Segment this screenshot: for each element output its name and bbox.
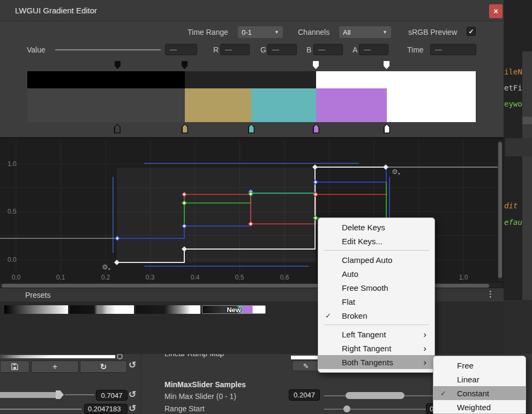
preset-swatch[interactable] xyxy=(136,305,200,314)
screen: ileN etFi eywo dit efau Linear Ramp Map … xyxy=(0,0,532,414)
ramp-edit-button[interactable]: ✎ xyxy=(292,360,320,371)
samples-header: MinMaxSlider Samples xyxy=(164,380,246,389)
submenu-arrow-icon: › xyxy=(423,330,426,339)
code-fragment: etFi xyxy=(504,84,522,92)
time-label: Time xyxy=(407,46,424,54)
value-slider[interactable] xyxy=(55,49,161,50)
alpha-key-marker[interactable] xyxy=(182,61,188,69)
menu-item-flat[interactable]: Flat xyxy=(318,295,434,308)
context-menu: Delete Keys Edit Keys... Clamped Auto Au… xyxy=(318,217,435,373)
srgb-preview-checkbox[interactable]: ✓ xyxy=(467,27,476,36)
revert-icon[interactable]: ↺ xyxy=(129,403,136,414)
b-label: B xyxy=(306,46,311,54)
code-fragment: ileN xyxy=(504,67,522,76)
range-start-field[interactable]: 0.2047183 xyxy=(84,404,128,414)
title-bar[interactable]: LWGUI Gradient Editor × xyxy=(0,0,504,21)
curve-settings-gear-icon[interactable]: ⚙▾ xyxy=(392,168,400,177)
alpha-key-marker[interactable] xyxy=(115,61,121,69)
vertical-scrollbar-thumb[interactable] xyxy=(498,142,502,278)
time-range-value: 0-1 xyxy=(242,28,252,36)
value-field[interactable]: — xyxy=(165,44,197,55)
chevron-down-icon: ▼ xyxy=(274,29,279,35)
color-strip-segment xyxy=(185,88,251,122)
submenu-item-linear[interactable]: Linear xyxy=(433,372,526,386)
a-field[interactable]: — xyxy=(359,44,388,55)
presets-label: Presets xyxy=(25,291,50,299)
selection-region xyxy=(117,168,315,262)
alpha-strip-segment xyxy=(27,71,185,88)
x-axis-tick: 0.2 xyxy=(101,274,110,281)
ramp-circle-icon[interactable] xyxy=(117,353,123,359)
code-scrollbar-column[interactable] xyxy=(522,51,532,300)
color-key-marker[interactable] xyxy=(182,124,188,133)
check-icon: ✓ xyxy=(325,312,331,320)
g-field[interactable]: — xyxy=(267,44,297,55)
check-icon: ✓ xyxy=(440,389,446,397)
menu-separator xyxy=(324,250,429,251)
slider-value-field[interactable]: 0.7047 xyxy=(96,390,128,401)
channels-label: Channels xyxy=(298,28,329,36)
minmax-range-bar[interactable] xyxy=(346,392,404,399)
menu-item-clamped-auto[interactable]: Clamped Auto xyxy=(318,253,434,267)
minmax-value-field[interactable]: 0.2047 xyxy=(289,389,320,401)
code-fragment: eywo xyxy=(504,100,522,108)
slider-track-filled[interactable] xyxy=(0,392,58,398)
presets-kebab-icon[interactable]: ⋮ xyxy=(486,289,494,299)
add-button[interactable]: + xyxy=(31,360,79,373)
submenu-item-free[interactable]: Free xyxy=(433,358,526,372)
submenu-arrow-icon: › xyxy=(423,358,426,367)
menu-item-both-tangents[interactable]: Both Tangents › xyxy=(318,355,434,369)
x-axis-tick: 0.6 xyxy=(280,274,289,281)
alpha-key-marker[interactable] xyxy=(313,61,319,69)
revert-icon[interactable]: ↺ xyxy=(129,389,136,400)
preset-swatch[interactable] xyxy=(4,305,68,314)
g-label: G xyxy=(260,46,266,54)
x-axis-tick: 0.1 xyxy=(56,274,65,281)
x-axis-tick: 0.5 xyxy=(235,274,244,281)
preset-swatch[interactable] xyxy=(70,305,134,314)
vertical-scrollbar[interactable] xyxy=(498,140,503,281)
refresh-button[interactable]: ↻ xyxy=(80,360,127,373)
b-field[interactable]: — xyxy=(313,44,343,55)
r-label: R xyxy=(213,46,219,54)
menu-item-free-smooth[interactable]: Free Smooth xyxy=(318,281,434,295)
srgb-preview-label: sRGB Preview xyxy=(408,28,457,36)
time-field[interactable]: — xyxy=(430,44,476,55)
menu-item-auto[interactable]: Auto xyxy=(318,267,434,281)
channels-dropdown[interactable]: All ▼ xyxy=(339,26,391,38)
new-preset-button[interactable]: New xyxy=(202,305,266,314)
revert-icon[interactable]: ↺ xyxy=(129,359,136,371)
menu-item-edit-keys[interactable]: Edit Keys... xyxy=(318,234,434,248)
menu-item-delete-keys[interactable]: Delete Keys xyxy=(318,220,434,234)
slider-handle[interactable] xyxy=(56,390,64,399)
menu-item-right-tangent[interactable]: Right Tangent › xyxy=(318,341,434,355)
color-strip-segment xyxy=(251,88,316,122)
color-key-marker[interactable] xyxy=(313,124,319,133)
range-slider-knob[interactable] xyxy=(343,405,350,412)
curve-settings-gear-icon[interactable]: ⚙▾ xyxy=(102,264,110,273)
menu-item-left-tangent[interactable]: Left Tangent › xyxy=(318,327,434,341)
menu-item-broken[interactable]: ✓ Broken xyxy=(318,308,434,322)
time-range-label: Time Range xyxy=(188,28,228,36)
submenu-item-constant[interactable]: ✓ Constant xyxy=(433,386,526,400)
channels-value: All xyxy=(343,28,350,36)
code-fragment: efau xyxy=(504,218,522,227)
color-key-marker[interactable] xyxy=(114,124,121,133)
new-preset-label: New xyxy=(227,306,241,314)
close-button[interactable]: × xyxy=(489,4,503,18)
save-button[interactable] xyxy=(0,360,29,373)
slider-track-rest[interactable] xyxy=(65,394,94,395)
r-field[interactable]: — xyxy=(220,44,250,55)
color-key-marker[interactable] xyxy=(248,124,254,133)
slider-track-thin[interactable] xyxy=(0,409,81,410)
alpha-strip-segment xyxy=(185,71,316,88)
gradient-preview-bar[interactable] xyxy=(27,71,476,122)
range-start-label: Range Start xyxy=(164,404,205,413)
color-key-marker[interactable] xyxy=(384,124,390,133)
ramp-field-preview[interactable] xyxy=(291,356,318,359)
ramp-preview-bar[interactable] xyxy=(0,355,115,358)
time-range-dropdown[interactable]: 0-1 ▼ xyxy=(238,26,283,38)
y-axis-tick: 0.0 xyxy=(8,256,17,264)
submenu-item-weighted[interactable]: Weighted xyxy=(433,400,526,414)
alpha-key-marker[interactable] xyxy=(384,61,389,69)
